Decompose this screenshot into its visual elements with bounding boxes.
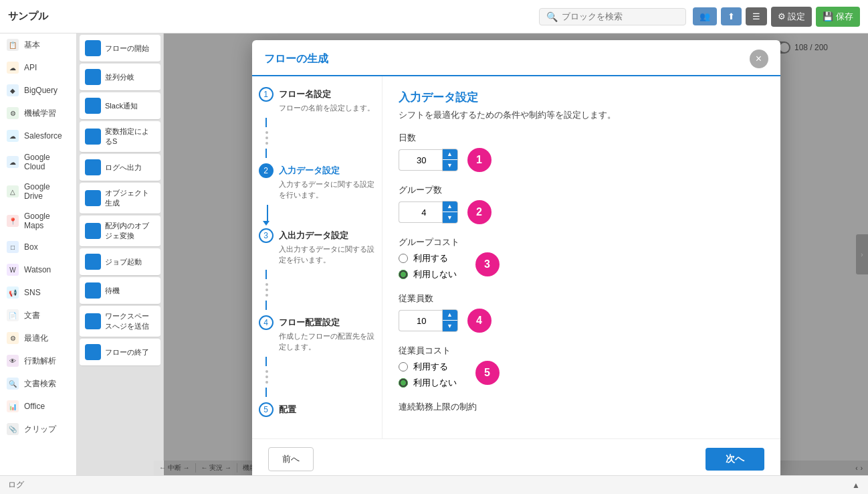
prev-button[interactable]: 前へ	[268, 447, 314, 471]
field-group-cost-label: グループコスト	[399, 236, 764, 248]
sidebar-label-salesforce: Salesforce	[24, 131, 62, 141]
field-employee-cost-label: 従業員コスト	[399, 345, 764, 357]
modal-overlay: フローの生成 × 1 フロー名設定	[164, 33, 868, 475]
step-4[interactable]: 4 フロー配置設定 作成したフローの配置先を設定します。	[259, 315, 375, 353]
block-item-log[interactable]: ログへ出力	[80, 154, 160, 181]
form-section-title: 入力データ設定	[399, 90, 764, 105]
block-item-end[interactable]: フローの終了	[80, 339, 160, 366]
optimize-icon: ⚙	[7, 332, 19, 344]
field-group-cost: グループコスト 利用する	[399, 236, 764, 280]
group-cost-use-radio[interactable]	[399, 254, 408, 263]
sidebar-label-docs: 文書	[24, 310, 40, 321]
employee-cost-nouse-label: 利用しない	[413, 377, 457, 389]
sidebar-item-office[interactable]: 📊 Office	[0, 395, 76, 418]
block-label-ws: ワークスペースへジを送信	[105, 311, 155, 331]
sidebar-label-box: Box	[24, 242, 38, 252]
sidebar-item-clip[interactable]: 📎 クリップ	[0, 418, 76, 440]
step-1[interactable]: 1 フロー名設定 フローの名前を設定します。	[259, 87, 375, 114]
block-item-parallel[interactable]: 並列分岐	[80, 64, 160, 91]
employees-up-button[interactable]: ▲	[443, 310, 457, 321]
sidebar-item-bigquery[interactable]: ◆ BigQuery	[0, 79, 76, 102]
step-5[interactable]: 5 配置	[259, 402, 375, 417]
basic-icon: 📋	[7, 39, 19, 51]
days-up-button[interactable]: ▲	[443, 149, 457, 160]
sidebar-item-docsearch[interactable]: 🔍 文書検索	[0, 372, 76, 395]
employees-input-wrap: ▲ ▼ 4	[399, 309, 764, 333]
groups-down-button[interactable]: ▼	[443, 212, 457, 223]
group-cost-use[interactable]: 利用する	[399, 252, 457, 264]
block-label-wait: 待機	[105, 286, 120, 296]
block-item-varset[interactable]: 変数指定によるS	[80, 121, 160, 153]
sidebar-item-behavior[interactable]: 👁 行動解析	[0, 349, 76, 372]
group-cost-nouse-radio[interactable]	[399, 270, 408, 279]
field-employees-label: 従業員数	[399, 293, 764, 305]
step-2-label: 入力データ設定	[279, 163, 375, 177]
employees-spinner: ▲ ▼	[442, 309, 458, 332]
block-item-start[interactable]: フローの開始	[80, 35, 160, 62]
step-2[interactable]: 2 入力データ設定 入力するデータに関する設定を行います。	[259, 163, 375, 201]
block-item-wait[interactable]: 待機	[80, 277, 160, 305]
employee-cost-nouse-radio[interactable]	[399, 378, 408, 388]
sidebar-item-api[interactable]: ☁ API	[0, 56, 76, 79]
sidebar-label-office: Office	[24, 402, 45, 411]
next-button[interactable]: 次へ	[706, 448, 764, 471]
sidebar-item-optimize[interactable]: ⚙ 最適化	[0, 327, 76, 349]
sidebar-item-gmaps[interactable]: 📍 Google Maps	[0, 206, 76, 236]
step-1-number: 1	[259, 87, 274, 102]
main-layout: 📋 基本 ☁ API ◆ BigQuery ⚙ 機械学習 ☁ Salesforc…	[0, 33, 868, 475]
days-input[interactable]	[399, 149, 442, 171]
block-item-array[interactable]: 配列内のオブジェ変換	[80, 216, 160, 247]
block-item-job[interactable]: ジョブ起動	[80, 248, 160, 276]
employee-cost-use-radio[interactable]	[399, 362, 408, 372]
sidebar-label-basic: 基本	[24, 39, 40, 51]
block-icon-varset	[85, 129, 101, 145]
groups-spinner: ▲ ▼	[442, 201, 458, 224]
sidebar-item-docs[interactable]: 📄 文書	[0, 304, 76, 327]
gdrive-icon: △	[7, 185, 19, 197]
field-consecutive: 連続勤務上限の制約	[399, 401, 764, 413]
close-button[interactable]: ×	[750, 50, 768, 68]
step-3[interactable]: 3 入出力データ設定 入出力するデータに関する設定を行います。	[259, 228, 375, 266]
employees-input[interactable]	[399, 310, 442, 331]
sidebar-item-sns[interactable]: 📢 SNS	[0, 281, 76, 304]
groups-input[interactable]	[399, 201, 442, 223]
block-item-slack[interactable]: Slack通知	[80, 92, 160, 120]
field-employees: 従業員数 ▲ ▼ 4	[399, 293, 764, 333]
employee-cost-use[interactable]: 利用する	[399, 361, 457, 373]
step-1-label: フロー名設定	[279, 87, 374, 100]
block-item-ws[interactable]: ワークスペースへジを送信	[80, 306, 160, 337]
sidebar-item-basic[interactable]: 📋 基本	[0, 33, 76, 56]
block-label-parallel: 並列分岐	[105, 72, 134, 82]
groups-input-wrap: ▲ ▼ 2	[399, 200, 764, 224]
settings-button[interactable]: ⚙ 設定	[771, 7, 812, 27]
save-button[interactable]: 💾 保存	[816, 7, 860, 27]
sidebar-item-gdrive[interactable]: △ Google Drive	[0, 177, 76, 206]
search-bar[interactable]: 🔍	[539, 8, 686, 25]
menu-button[interactable]: ☰	[746, 7, 767, 25]
nav-buttons: 👥 ⬆ ☰ ⚙ 設定 💾 保存	[693, 7, 860, 27]
sidebar-item-ml[interactable]: ⚙ 機械学習	[0, 102, 76, 125]
log-expand-icon[interactable]: ▲	[852, 481, 860, 490]
users-button[interactable]: 👥	[693, 7, 717, 25]
groups-up-button[interactable]: ▲	[443, 201, 457, 212]
employees-down-button[interactable]: ▼	[443, 321, 457, 331]
step-3-number: 3	[259, 228, 274, 243]
group-cost-nouse[interactable]: 利用しない	[399, 268, 457, 280]
sidebar-item-gcloud[interactable]: ☁ Google Cloud	[0, 147, 76, 177]
search-input[interactable]	[562, 11, 679, 21]
sidebar-item-watson[interactable]: W Watson	[0, 258, 76, 281]
days-down-button[interactable]: ▼	[443, 160, 457, 171]
salesforce-icon: ☁	[7, 130, 19, 142]
api-icon: ☁	[7, 62, 19, 74]
block-icon-obj	[85, 190, 101, 206]
sidebar-item-salesforce[interactable]: ☁ Salesforce	[0, 125, 76, 147]
block-item-obj[interactable]: オブジェクト生成	[80, 183, 160, 214]
sidebar-item-box[interactable]: □ Box	[0, 236, 76, 258]
upload-button[interactable]: ⬆	[721, 7, 742, 25]
field-groups: グループ数 ▲ ▼ 2	[399, 184, 764, 224]
field-consecutive-label: 連続勤務上限の制約	[399, 401, 764, 413]
employee-cost-nouse[interactable]: 利用しない	[399, 377, 457, 389]
sidebar-label-api: API	[24, 63, 37, 72]
dialog-body: 1 フロー名設定 フローの名前を設定します。	[252, 76, 780, 438]
block-icon-end	[85, 344, 101, 360]
